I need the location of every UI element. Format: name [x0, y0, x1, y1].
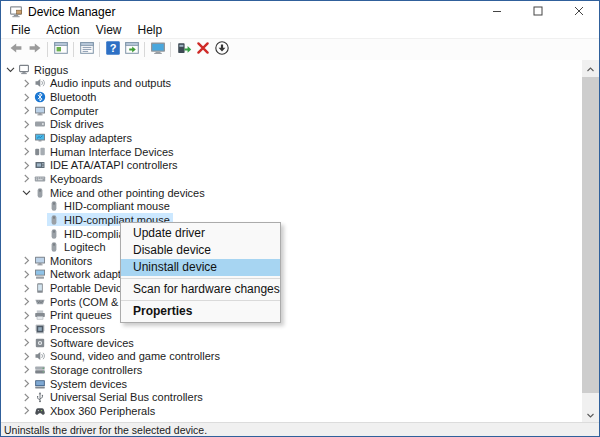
storage-icon: [33, 364, 46, 376]
console-tree-button[interactable]: [51, 40, 70, 59]
export-list-button[interactable]: [122, 40, 141, 59]
context-menu-item-disable-device[interactable]: Disable device: [121, 242, 280, 259]
chevron-down-icon[interactable]: [4, 64, 17, 75]
tree-row-label: Mice and other pointing devices: [50, 187, 205, 199]
device-tree: RiggusAudio inputs and outputsBluetoothC…: [1, 60, 582, 423]
context-menu-item-scan-for-hardware-changes[interactable]: Scan for hardware changes: [121, 281, 280, 298]
disable-device-button[interactable]: [212, 40, 231, 59]
tree-row-human-interface-devices[interactable]: Human Interface Devices: [20, 145, 582, 159]
update-driver-button[interactable]: [174, 40, 193, 59]
properties-button[interactable]: [77, 40, 96, 59]
tree-row-core: Software devices: [33, 336, 137, 349]
chevron-right-icon[interactable]: [20, 283, 33, 294]
help-button[interactable]: ?: [103, 40, 122, 59]
tree-row-print-queues[interactable]: Print queues: [20, 309, 582, 323]
tree-row-system-devices[interactable]: System devices: [20, 377, 582, 391]
tree-row-storage-controllers[interactable]: Storage controllers: [20, 363, 582, 377]
forward-button[interactable]: [25, 40, 44, 59]
chevron-right-icon[interactable]: [20, 160, 33, 171]
chevron-right-icon[interactable]: [20, 119, 33, 130]
tree-row-monitors[interactable]: Monitors: [20, 254, 582, 268]
tree-row-network-adapters[interactable]: Network adapters: [20, 268, 582, 282]
statusbar: Uninstalls the driver for the selected d…: [1, 422, 599, 436]
svg-text:?: ?: [109, 42, 116, 54]
chevron-right-icon[interactable]: [20, 392, 33, 403]
context-menu-item-properties[interactable]: Properties: [121, 303, 280, 320]
tree-row-riggus[interactable]: Riggus: [4, 63, 582, 77]
menubar-item-view[interactable]: View: [88, 22, 130, 38]
menubar: FileActionViewHelp: [1, 22, 599, 38]
tree-row-bluetooth[interactable]: Bluetooth: [20, 90, 582, 104]
tree-row-logitech[interactable]: Logitech: [34, 240, 582, 254]
toolbar-separator: [99, 42, 100, 57]
device-manager-window: Device Manager FileActionViewHelp ? Rigg…: [0, 0, 600, 437]
keyboard-icon: [33, 173, 46, 185]
tree-row-keyboards[interactable]: Keyboards: [20, 172, 582, 186]
context-menu-item-uninstall-device[interactable]: Uninstall device: [121, 259, 280, 276]
chevron-down-icon[interactable]: [20, 187, 33, 198]
chevron-right-icon[interactable]: [20, 78, 33, 89]
chevron-spacer: [34, 242, 47, 253]
tree-row-portable-devices[interactable]: Portable Devices: [20, 281, 582, 295]
tree-row-sound-video-and-game-controllers[interactable]: Sound, video and game controllers: [20, 349, 582, 363]
chevron-right-icon[interactable]: [20, 405, 33, 416]
chevron-right-icon[interactable]: [20, 105, 33, 116]
tree-row-mice-and-other-pointing-devices[interactable]: Mice and other pointing devices: [20, 186, 582, 200]
scroll-down-button[interactable]: [582, 406, 599, 423]
audio-icon: [33, 77, 46, 89]
tree-row-hid-compliant-mouse[interactable]: HID-compliant mouse: [34, 227, 582, 241]
disk-icon: [33, 118, 46, 130]
tree-row-disk-drives[interactable]: Disk drives: [20, 118, 582, 132]
tree-row-label: Disk drives: [50, 118, 104, 130]
chevron-right-icon[interactable]: [20, 133, 33, 144]
mouse-icon: [47, 241, 60, 253]
minimize-icon: [492, 5, 502, 19]
chevron-right-icon[interactable]: [20, 92, 33, 103]
tree-row-ide-ata-atapi-controllers[interactable]: IDE ATA/ATAPI controllers: [20, 158, 582, 172]
toolbar: ?: [1, 38, 599, 61]
console-tree-icon: [53, 40, 69, 60]
uninstall-device-button[interactable]: [193, 40, 212, 59]
back-button[interactable]: [6, 40, 25, 59]
chevron-right-icon[interactable]: [20, 337, 33, 348]
minimize-button[interactable]: [476, 1, 517, 22]
menubar-item-help[interactable]: Help: [130, 22, 171, 38]
tree-row-core: Storage controllers: [33, 363, 145, 376]
chevron-right-icon[interactable]: [20, 364, 33, 375]
tree-row-label: Software devices: [50, 337, 134, 349]
scrollbar-thumb[interactable]: [582, 77, 599, 393]
chevron-right-icon[interactable]: [20, 351, 33, 362]
computer-icon: [17, 64, 30, 76]
vertical-scrollbar[interactable]: [582, 60, 599, 423]
tree-row-audio-inputs-and-outputs[interactable]: Audio inputs and outputs: [20, 77, 582, 91]
chevron-right-icon[interactable]: [20, 269, 33, 280]
tree-row-ports-com-lpt[interactable]: Ports (COM & LPT): [20, 295, 582, 309]
chevron-right-icon[interactable]: [20, 255, 33, 266]
tree-row-processors[interactable]: Processors: [20, 322, 582, 336]
tree-row-xbox-360-peripherals[interactable]: Xbox 360 Peripherals: [20, 404, 582, 418]
computer-button[interactable]: [148, 40, 167, 59]
context-menu-item-update-driver[interactable]: Update driver: [121, 225, 280, 242]
maximize-button[interactable]: [517, 1, 558, 22]
chevron-right-icon[interactable]: [20, 378, 33, 389]
tree-row-core: HID-compliant mouse: [47, 200, 173, 213]
scroll-up-button[interactable]: [582, 60, 599, 77]
chevron-right-icon[interactable]: [20, 146, 33, 157]
tree-row-label: System devices: [50, 378, 127, 390]
close-button[interactable]: [558, 1, 599, 22]
tree-row-label: Universal Serial Bus controllers: [50, 391, 203, 403]
chevron-right-icon[interactable]: [20, 296, 33, 307]
portable-icon: [33, 282, 46, 294]
tree-row-hid-compliant-mouse[interactable]: HID-compliant mouse: [34, 213, 582, 227]
tree-row-computer[interactable]: Computer: [20, 104, 582, 118]
tree-row-core: Xbox 360 Peripherals: [33, 404, 158, 417]
tree-row-software-devices[interactable]: Software devices: [20, 336, 582, 350]
chevron-right-icon[interactable]: [20, 310, 33, 321]
menubar-item-file[interactable]: File: [3, 22, 38, 38]
chevron-right-icon[interactable]: [20, 173, 33, 184]
tree-row-hid-compliant-mouse[interactable]: HID-compliant mouse: [34, 199, 582, 213]
tree-row-display-adapters[interactable]: Display adapters: [20, 131, 582, 145]
tree-row-universal-serial-bus-controllers[interactable]: Universal Serial Bus controllers: [20, 390, 582, 404]
menubar-item-action[interactable]: Action: [38, 22, 87, 38]
chevron-right-icon[interactable]: [20, 323, 33, 334]
